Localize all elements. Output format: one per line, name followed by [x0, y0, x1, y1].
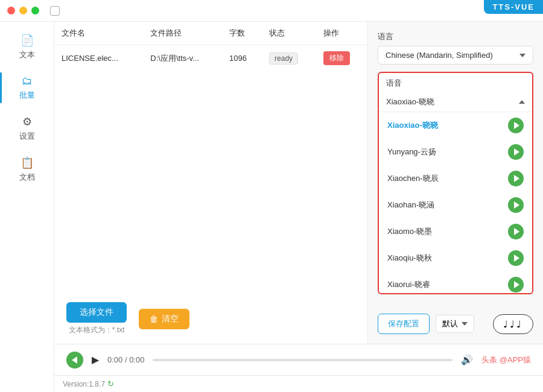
voice-list-item[interactable]: Xiaohan-晓涵 [379, 192, 532, 218]
time-display: 0:00 / 0:00 [107, 355, 144, 364]
lang-label: 语言 [378, 31, 533, 42]
cell-wordcount: 1096 [222, 45, 262, 72]
voice-list-item[interactable]: Xiaomo-晓墨 [379, 218, 532, 245]
voice-play-button[interactable] [508, 118, 524, 133]
voice-item-name: Yunyang-云扬 [387, 147, 436, 157]
voice-selected-value: Xiaoxiao-晓晓 [386, 96, 434, 107]
sidebar-label-text: 文本 [19, 49, 35, 60]
voice-list-item[interactable]: Xiaorui-晓睿 [379, 271, 532, 293]
cell-filename: LICENSE.elec... [54, 45, 143, 72]
sidebar: 📄 文本 🗂 批量 ⚙ 设置 📋 文档 [0, 22, 54, 392]
voice-chevron-icon [519, 100, 525, 104]
music-notes-button[interactable]: ♩♩♩ [493, 314, 533, 334]
select-file-button[interactable]: 选择文件 [66, 302, 127, 323]
player-bar: ▶ 0:00 / 0:00 🔊 头条 @APP猿 [54, 344, 543, 375]
voice-list-item[interactable]: Xiaochen-晓辰 [379, 165, 532, 192]
col-wordcount: 字数 [222, 22, 262, 45]
lang-select[interactable]: Chinese (Mandarin, Simplified) [378, 46, 533, 65]
docs-icon: 📋 [21, 156, 34, 169]
voice-item-name: Xiaomo-晓墨 [387, 226, 432, 237]
version-text: Version:1.8.7 [63, 380, 105, 388]
settings-icon: ⚙ [22, 115, 32, 128]
voice-list-item[interactable]: Xiaoqiu-晓秋 [379, 245, 532, 271]
voice-item-name: Xiaohan-晓涵 [387, 200, 434, 210]
file-panel: 文件名 文件路径 字数 状态 操作 LICENSE.elec... D:\应用\… [54, 22, 368, 344]
voice-dropdown: 语音 Xiaoxiao-晓晓 Xiaoxiao-晓晓 Yunyang-云扬 Xi… [378, 72, 533, 294]
window-controls [7, 7, 39, 14]
voice-play-button[interactable] [508, 197, 524, 213]
sidebar-label-docs: 文档 [19, 172, 35, 183]
voice-item-name: Xiaochen-晓辰 [387, 173, 439, 184]
right-panel-footer: 保存配置 默认 ♩♩♩ [378, 314, 533, 334]
voice-item-name: Xiaoxiao-晓晓 [387, 120, 438, 131]
text-icon: 📄 [21, 34, 34, 47]
minimize-dot[interactable] [19, 7, 27, 14]
clear-button[interactable]: 🗑 清空 [139, 309, 189, 329]
titlebar: TTS-VUE [0, 0, 543, 22]
lang-value: Chinese (Mandarin, Simplified) [386, 51, 493, 60]
maximize-dot[interactable] [31, 7, 39, 14]
voice-dropdown-header[interactable]: Xiaoxiao-晓晓 [379, 92, 532, 112]
voice-list: Xiaoxiao-晓晓 Yunyang-云扬 Xiaochen-晓辰 Xiaoh… [379, 112, 532, 293]
brand-label: TTS-VUE [484, 0, 543, 14]
top-content: 文件名 文件路径 字数 状态 操作 LICENSE.elec... D:\应用\… [54, 22, 543, 344]
content-area: 文件名 文件路径 字数 状态 操作 LICENSE.elec... D:\应用\… [54, 22, 543, 392]
default-label: 默认 [442, 318, 458, 329]
cell-status: ready [262, 45, 316, 72]
sidebar-item-batch[interactable]: 🗂 批量 [0, 68, 54, 108]
watermark-text: 头条 @APP猿 [481, 355, 531, 365]
window-icon [50, 6, 60, 16]
delete-button[interactable]: 移除 [323, 51, 350, 65]
trash-icon: 🗑 [150, 314, 158, 324]
play-button[interactable]: ▶ [92, 354, 99, 365]
default-chevron-icon [462, 322, 468, 326]
right-panel: 语言 Chinese (Mandarin, Simplified) 语音 Xia… [368, 22, 543, 344]
close-dot[interactable] [7, 7, 15, 14]
table-row: LICENSE.elec... D:\应用\tts-v... 1096 read… [54, 45, 367, 72]
cell-filepath: D:\应用\tts-v... [143, 45, 222, 72]
batch-icon: 🗂 [22, 75, 33, 87]
voice-list-item[interactable]: Yunyang-云扬 [379, 139, 532, 165]
progress-bar[interactable] [153, 359, 453, 361]
lang-section: 语言 Chinese (Mandarin, Simplified) [378, 31, 533, 65]
voice-play-button[interactable] [508, 250, 524, 266]
prev-button[interactable] [66, 352, 83, 368]
lang-chevron-icon [519, 54, 526, 57]
cell-action: 移除 [316, 45, 367, 72]
voice-item-name: Xiaorui-晓睿 [387, 279, 430, 290]
file-panel-footer: 选择文件 文本格式为：*.txt 🗑 清空 [54, 294, 367, 344]
voice-play-button[interactable] [508, 144, 524, 160]
col-action: 操作 [316, 22, 367, 45]
voice-section: 语音 Xiaoxiao-晓晓 Xiaoxiao-晓晓 Yunyang-云扬 Xi… [378, 72, 533, 294]
volume-icon[interactable]: 🔊 [461, 354, 473, 365]
main-layout: 📄 文本 🗂 批量 ⚙ 设置 📋 文档 文件名 [0, 22, 543, 392]
col-filename: 文件名 [54, 22, 143, 45]
clear-label: 清空 [162, 314, 179, 324]
sidebar-item-settings[interactable]: ⚙ 设置 [0, 108, 54, 149]
voice-label: 语音 [379, 73, 532, 89]
sidebar-label-batch: 批量 [19, 90, 35, 101]
save-config-button[interactable]: 保存配置 [378, 314, 430, 334]
file-hint: 文本格式为：*.txt [69, 325, 125, 335]
default-select[interactable]: 默认 [436, 315, 474, 333]
version-bar: Version:1.8.7 ↻ [54, 375, 543, 392]
voice-play-button[interactable] [508, 224, 524, 239]
file-table: 文件名 文件路径 字数 状态 操作 LICENSE.elec... D:\应用\… [54, 22, 367, 71]
sidebar-label-settings: 设置 [19, 131, 35, 142]
table-header-row: 文件名 文件路径 字数 状态 操作 [54, 22, 367, 45]
voice-play-button[interactable] [508, 277, 524, 292]
col-status: 状态 [262, 22, 316, 45]
sidebar-item-docs[interactable]: 📋 文档 [0, 149, 54, 190]
sidebar-item-text[interactable]: 📄 文本 [0, 27, 54, 68]
refresh-icon[interactable]: ↻ [107, 379, 114, 388]
col-filepath: 文件路径 [143, 22, 222, 45]
voice-list-item[interactable]: Xiaoxiao-晓晓 [379, 112, 532, 139]
voice-play-button[interactable] [508, 171, 524, 186]
status-badge: ready [269, 52, 298, 65]
voice-item-name: Xiaoqiu-晓秋 [387, 253, 432, 264]
